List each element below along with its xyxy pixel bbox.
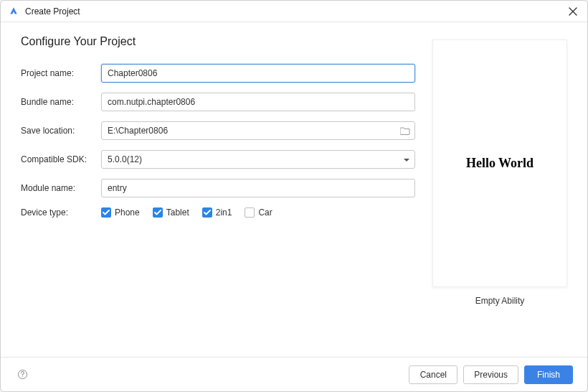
check-icon: [204, 210, 211, 215]
preview-text: Hello World: [466, 156, 534, 171]
label-project-name: Project name:: [21, 68, 101, 78]
check-icon: [103, 210, 110, 215]
row-device-type: Device type: Phone: [21, 207, 415, 218]
checkbox-car-box: [245, 207, 255, 218]
row-compatible-sdk: Compatible SDK:: [21, 150, 415, 169]
checkbox-phone-box: [101, 207, 111, 218]
preview-caption: Empty Ability: [475, 296, 525, 306]
window-title: Create Project: [25, 6, 566, 17]
label-module-name: Module name:: [21, 183, 101, 193]
preview-card: Hello World: [432, 39, 567, 287]
footer: Cancel Previous Finish: [1, 357, 587, 391]
label-save-location: Save location:: [21, 126, 101, 136]
titlebar: Create Project: [1, 1, 587, 22]
svg-point-1: [22, 376, 22, 377]
checkbox-phone-label: Phone: [115, 207, 140, 218]
preview-area: Hello World Empty Ability: [432, 35, 567, 350]
cancel-button[interactable]: Cancel: [409, 365, 457, 384]
device-type-group: Phone Tablet 2in1: [101, 207, 415, 218]
label-device-type: Device type:: [21, 207, 101, 218]
checkbox-tablet-box: [153, 207, 163, 218]
help-button[interactable]: [15, 368, 29, 382]
create-project-window: Create Project Configure Your Project Pr…: [0, 0, 588, 392]
checkbox-car-label: Car: [258, 207, 272, 218]
bundle-name-input[interactable]: [101, 93, 415, 111]
folder-icon: [400, 126, 410, 135]
row-bundle-name: Bundle name:: [21, 93, 415, 111]
checkbox-phone[interactable]: Phone: [101, 207, 140, 218]
compatible-sdk-select[interactable]: [101, 150, 415, 169]
content-area: Configure Your Project Project name: Bun…: [1, 22, 587, 357]
save-location-input[interactable]: [101, 121, 415, 140]
previous-button[interactable]: Previous: [463, 365, 518, 384]
checkbox-tablet[interactable]: Tablet: [153, 207, 189, 218]
form-area: Configure Your Project Project name: Bun…: [21, 35, 415, 350]
checkbox-car[interactable]: Car: [245, 207, 272, 218]
checkbox-2in1[interactable]: 2in1: [202, 207, 232, 218]
module-name-input[interactable]: [101, 179, 415, 197]
checkbox-tablet-label: Tablet: [166, 207, 189, 218]
check-icon: [154, 210, 161, 215]
project-name-input[interactable]: [101, 64, 415, 83]
checkbox-2in1-label: 2in1: [216, 207, 232, 218]
app-icon: [8, 6, 19, 17]
label-bundle-name: Bundle name:: [21, 97, 101, 107]
row-project-name: Project name:: [21, 64, 415, 83]
label-compatible-sdk: Compatible SDK:: [21, 154, 101, 164]
finish-button[interactable]: Finish: [524, 365, 573, 384]
help-icon: [17, 369, 28, 380]
close-button[interactable]: [566, 4, 580, 19]
page-heading: Configure Your Project: [21, 35, 415, 48]
close-icon: [569, 7, 577, 16]
compatible-sdk-value[interactable]: [101, 150, 415, 169]
row-save-location: Save location:: [21, 121, 415, 140]
checkbox-2in1-box: [202, 207, 212, 218]
browse-folder-button[interactable]: [398, 124, 412, 137]
row-module-name: Module name:: [21, 179, 415, 197]
